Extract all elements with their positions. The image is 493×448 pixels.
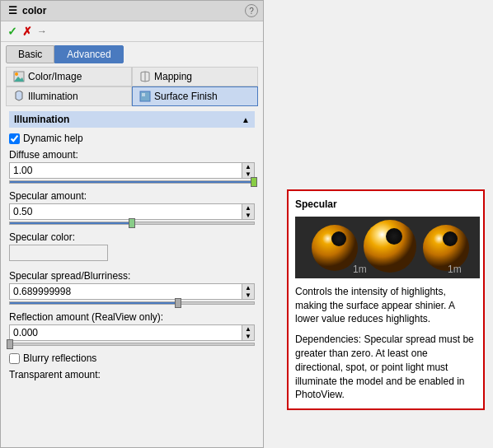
nav-tab-illumination[interactable]: Illumination: [6, 86, 132, 106]
tooltip-text2: Dependencies: Specular spread must be gr…: [295, 333, 477, 402]
reflection-thumb[interactable]: [7, 339, 13, 349]
section-title: Illumination: [14, 114, 69, 125]
svg-point-1: [15, 72, 18, 76]
specular-spread-slider[interactable]: [9, 301, 255, 305]
transparent-amount-label: Transparent amount:: [9, 369, 255, 380]
cancel-button[interactable]: ✗: [22, 25, 32, 38]
collapse-button[interactable]: ▲: [242, 115, 250, 124]
blurry-reflections-row: Blurry reflections: [9, 352, 255, 364]
tooltip-title: Specular: [295, 198, 477, 212]
reflection-label-text: Reflection amount (RealView only):: [9, 311, 163, 323]
specular-amount-input-row: ▲ ▼: [9, 203, 255, 220]
dynamic-help-label: Dynamic help: [23, 133, 83, 144]
color-image-icon: [13, 71, 25, 82]
specular-amount-up[interactable]: ▲: [242, 204, 254, 212]
reflection-input-row: ▲ ▼: [9, 324, 255, 341]
svg-point-10: [331, 231, 346, 246]
specular-spread-fill: [10, 302, 178, 304]
specular-spread-input[interactable]: [9, 283, 242, 300]
svg-point-11: [364, 220, 416, 273]
svg-rect-7: [142, 93, 145, 96]
specular-color-label: Specular color:: [9, 231, 255, 243]
panel-header: ☰ color ?: [1, 1, 263, 21]
specular-amount-spinner: ▲ ▼: [242, 203, 255, 220]
specular-spread-spinner: ▲ ▼: [242, 283, 255, 300]
diffuse-amount-slider[interactable]: [9, 180, 255, 184]
surface-finish-icon: [139, 91, 151, 102]
nav-row-1: Color/Image Mapping: [6, 67, 258, 86]
reflection-spinner: ▲ ▼: [242, 324, 255, 341]
specular-amount-down[interactable]: ▼: [242, 212, 254, 219]
diffuse-slider-fill: [10, 181, 254, 183]
nav-tab-illumination-label: Illumination: [28, 91, 78, 102]
tab-basic[interactable]: Basic: [6, 45, 54, 63]
nav-tabs-area: Color/Image Mapping Illumination Surf: [6, 67, 258, 106]
svg-point-13: [423, 225, 469, 271]
tooltip-image: 1m 1m: [295, 217, 480, 278]
reflection-amount-input[interactable]: [9, 324, 242, 341]
svg-point-12: [386, 228, 402, 245]
confirm-button[interactable]: ✓: [7, 25, 17, 38]
svg-marker-5: [16, 91, 22, 100]
specular-balls-svg: 1m 1m: [295, 217, 480, 278]
specular-spread-thumb[interactable]: [175, 298, 181, 308]
dynamic-help-checkbox[interactable]: [9, 133, 20, 144]
specular-color-swatch[interactable]: [9, 245, 108, 261]
illumination-section: Illumination ▲ Dynamic help Diffuse amou…: [1, 106, 263, 387]
specular-amount-field: Specular amount: ▲ ▼: [9, 190, 255, 225]
tab-advanced[interactable]: Advanced: [54, 45, 123, 63]
diffuse-amount-field: Diffuse amount: ▲ ▼: [9, 149, 255, 184]
diffuse-amount-input[interactable]: [9, 162, 242, 179]
illumination-icon: [13, 91, 25, 102]
nav-tab-surface-finish-label: Surface Finish: [154, 91, 218, 102]
specular-color-field: Specular color:: [9, 231, 255, 264]
specular-spread-field: Specular spread/Blurriness: ▲ ▼: [9, 270, 255, 305]
tooltip-text1: Controls the intensity of highlights, ma…: [295, 285, 477, 326]
pin-button[interactable]: →: [37, 26, 47, 37]
section-header: Illumination ▲: [9, 111, 255, 128]
nav-tab-surface-finish[interactable]: Surface Finish: [132, 86, 258, 106]
diffuse-amount-up[interactable]: ▲: [242, 163, 254, 170]
svg-text:1m: 1m: [448, 264, 462, 275]
toolbar: ✓ ✗ →: [1, 21, 263, 42]
diffuse-slider-thumb[interactable]: [251, 177, 257, 187]
reflection-up[interactable]: ▲: [242, 325, 254, 333]
specular-spread-label: Specular spread/Blurriness:: [9, 270, 255, 282]
reflection-amount-label: Reflection amount (RealView only):: [9, 311, 255, 323]
svg-point-9: [312, 225, 358, 271]
panel-title-icon: ☰: [6, 4, 19, 17]
specular-slider-thumb[interactable]: [129, 218, 135, 228]
diffuse-amount-spinner: ▲ ▼: [242, 162, 255, 179]
reflection-slider[interactable]: [9, 343, 255, 346]
panel-title-area: ☰ color: [6, 4, 46, 17]
reflection-down[interactable]: ▼: [242, 333, 254, 340]
svg-text:1m: 1m: [353, 264, 367, 275]
nav-tab-mapping-label: Mapping: [154, 71, 192, 82]
main-panel: ☰ color ? ✓ ✗ → Basic Advanced Color/Ima…: [0, 0, 264, 448]
nav-row-2: Illumination Surface Finish: [6, 86, 258, 106]
nav-tab-color-image[interactable]: Color/Image: [6, 67, 132, 86]
specular-amount-input[interactable]: [9, 203, 242, 220]
specular-spread-up[interactable]: ▲: [242, 284, 254, 292]
mode-tabs: Basic Advanced: [1, 42, 263, 63]
panel-title: color: [22, 5, 46, 16]
diffuse-amount-input-row: ▲ ▼: [9, 162, 255, 179]
nav-tab-color-image-label: Color/Image: [28, 71, 82, 82]
svg-point-14: [443, 231, 458, 246]
diffuse-amount-label: Diffuse amount:: [9, 149, 255, 161]
blurry-reflections-label: Blurry reflections: [23, 352, 96, 364]
specular-amount-label: Specular amount:: [9, 190, 255, 202]
specular-tooltip: Specular: [287, 189, 485, 410]
nav-tab-mapping[interactable]: Mapping: [132, 67, 258, 86]
specular-spread-input-row: ▲ ▼: [9, 283, 255, 300]
dynamic-help-row: Dynamic help: [9, 133, 255, 144]
blurry-reflections-checkbox[interactable]: [9, 353, 20, 364]
reflection-amount-field: Reflection amount (RealView only): ▲ ▼: [9, 311, 255, 346]
specular-spread-down[interactable]: ▼: [242, 292, 254, 299]
mapping-icon: [139, 71, 151, 82]
specular-amount-slider[interactable]: [9, 222, 255, 225]
help-icon[interactable]: ?: [245, 4, 258, 17]
specular-slider-fill: [10, 222, 132, 224]
